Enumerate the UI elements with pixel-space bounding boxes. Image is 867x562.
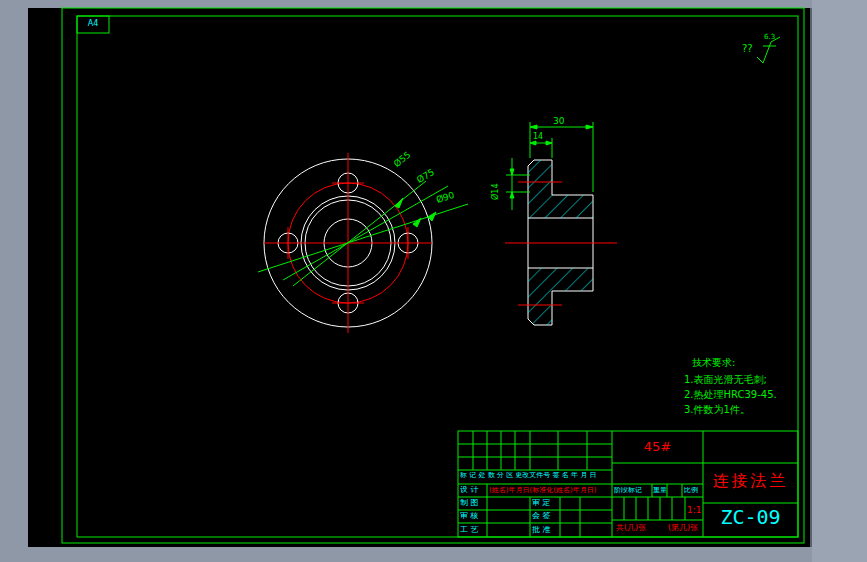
weight-label: 重量 <box>653 487 667 494</box>
scale-value: 1:1 <box>687 506 701 515</box>
verify-label: 审 定 <box>532 499 559 507</box>
approve-label: 批 准 <box>532 526 559 534</box>
sheets-total-label: 共(几)张 <box>616 524 652 532</box>
draw-label: 制 图 <box>460 499 486 507</box>
design-signature: (姓名)年月日(标准化(姓名)年月日) <box>489 487 611 494</box>
check-label: 审 核 <box>460 512 486 520</box>
roughness-value: 6.3 <box>764 34 775 41</box>
part-name: 连接法兰 <box>703 473 798 489</box>
drawing-number: ZC-09 <box>703 507 798 527</box>
revision-header-row: 标 记 处 数 分 区 更改文件号 签 名 年 月 日 <box>460 472 610 479</box>
roughness-prefix-text: ?? <box>742 44 753 54</box>
sheet-number-label: (第几)张 <box>668 524 704 532</box>
scale-label: 比例 <box>684 487 702 494</box>
dimension-width-30: 30 <box>553 117 564 126</box>
process-label: 工 艺 <box>460 526 486 534</box>
tech-requirement-item: 3.件数为1件。 <box>684 405 750 415</box>
material-label: 45# <box>612 440 703 453</box>
cad-application-window: A4 ?? 6.3 Ø55 Ø75 Ø90 30 14 Ø14 技术要求: 1.… <box>0 0 867 562</box>
tech-requirement-item: 1.表面光滑无毛刺; <box>684 375 767 385</box>
countersign-label: 会 签 <box>532 512 559 520</box>
design-label: 设 计 <box>460 486 486 494</box>
tech-requirements-title: 技术要求: <box>692 358 735 368</box>
stage-mark-label: 阶段标记 <box>614 487 651 494</box>
tech-requirement-item: 2.热处理HRC39-45. <box>684 390 777 400</box>
sheet-size-label: A4 <box>77 20 109 28</box>
dimension-hub-14: 14 <box>533 133 543 141</box>
dimension-bore-dia: Ø14 <box>492 184 500 200</box>
